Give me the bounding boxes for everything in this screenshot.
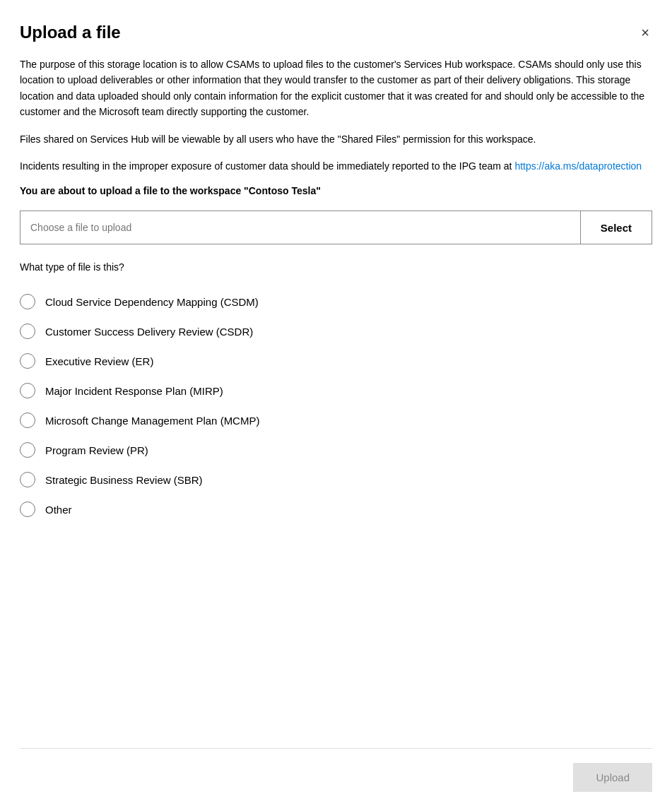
close-button[interactable]: ×	[638, 23, 652, 42]
radio-input-csdm[interactable]	[20, 294, 35, 309]
radio-item-sbr[interactable]: Strategic Business Review (SBR)	[20, 465, 652, 494]
upload-dialog: Upload a file × The purpose of this stor…	[0, 0, 672, 806]
radio-input-er[interactable]	[20, 353, 35, 369]
radio-item-csdr[interactable]: Customer Success Delivery Review (CSDR)	[20, 316, 652, 346]
radio-input-sbr[interactable]	[20, 472, 35, 487]
radio-item-csdm[interactable]: Cloud Service Dependency Mapping (CSDM)	[20, 287, 652, 316]
radio-label-other: Other	[45, 504, 72, 516]
radio-item-mcmp[interactable]: Microsoft Change Management Plan (MCMP)	[20, 405, 652, 435]
radio-item-er[interactable]: Executive Review (ER)	[20, 346, 652, 376]
workspace-notice: You are about to upload a file to the wo…	[20, 185, 652, 196]
radio-input-mirp[interactable]	[20, 383, 35, 398]
radio-input-mcmp[interactable]	[20, 413, 35, 428]
file-input[interactable]	[20, 211, 580, 244]
radio-label-csdr: Customer Success Delivery Review (CSDR)	[45, 326, 253, 338]
file-type-radio-list: Cloud Service Dependency Mapping (CSDM)C…	[20, 287, 652, 524]
radio-input-pr[interactable]	[20, 442, 35, 458]
radio-item-mirp[interactable]: Major Incident Response Plan (MIRP)	[20, 376, 652, 405]
radio-input-csdr[interactable]	[20, 324, 35, 339]
dialog-footer: Upload	[20, 748, 652, 806]
radio-label-pr: Program Review (PR)	[45, 444, 148, 456]
radio-label-mirp: Major Incident Response Plan (MIRP)	[45, 385, 223, 397]
upload-button[interactable]: Upload	[573, 763, 652, 792]
select-button[interactable]: Select	[580, 211, 652, 244]
description-paragraph-1: The purpose of this storage location is …	[20, 57, 652, 120]
radio-label-sbr: Strategic Business Review (SBR)	[45, 474, 203, 486]
radio-label-csdm: Cloud Service Dependency Mapping (CSDM)	[45, 296, 259, 308]
radio-item-other[interactable]: Other	[20, 494, 652, 524]
radio-item-pr[interactable]: Program Review (PR)	[20, 435, 652, 465]
dialog-header: Upload a file ×	[20, 23, 652, 42]
file-type-question: What type of file is this?	[20, 261, 652, 273]
description-paragraph-2: Files shared on Services Hub will be vie…	[20, 131, 652, 147]
file-upload-row: Select	[20, 211, 652, 244]
radio-label-mcmp: Microsoft Change Management Plan (MCMP)	[45, 415, 259, 427]
radio-input-other[interactable]	[20, 502, 35, 517]
radio-label-er: Executive Review (ER)	[45, 355, 153, 367]
description-paragraph-3: Incidents resulting in the improper expo…	[20, 158, 652, 174]
data-protection-link[interactable]: https://aka.ms/dataprotection	[514, 160, 642, 172]
dialog-body: The purpose of this storage location is …	[20, 57, 652, 731]
description-text-3: Incidents resulting in the improper expo…	[20, 160, 514, 172]
dialog-title: Upload a file	[20, 23, 121, 42]
